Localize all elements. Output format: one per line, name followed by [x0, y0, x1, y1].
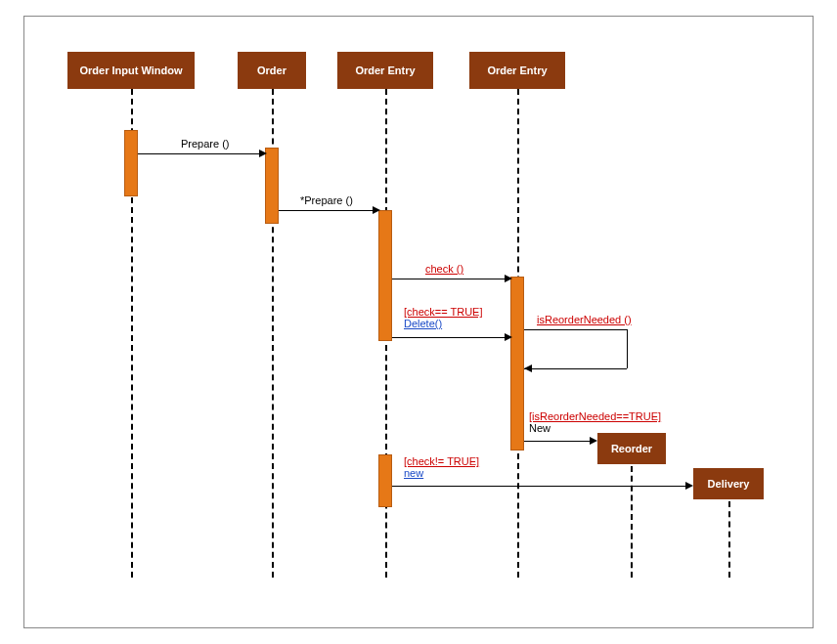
- msg-star-prepare: *Prepare (): [300, 194, 353, 206]
- self-call-out: [524, 329, 627, 330]
- msg-check-true-delete: [check== TRUE] Delete(): [404, 306, 483, 329]
- activation-p2: [265, 148, 279, 224]
- object-reorder: Reorder: [597, 433, 666, 464]
- arrowhead: [259, 150, 267, 157]
- object-delivery: Delivery: [693, 468, 764, 499]
- header-label: Order: [257, 64, 286, 76]
- activation-p3a: [378, 210, 392, 341]
- activation-p1: [124, 130, 138, 196]
- box-label: Delivery: [708, 478, 750, 490]
- arrow-star-prepare: [279, 210, 375, 211]
- msg-check: check (): [425, 263, 463, 275]
- msg-check-not-true-new: [check!= TRUE] new: [404, 455, 479, 479]
- arrow-check: [392, 279, 507, 279]
- msg-prepare: Prepare (): [181, 138, 230, 150]
- self-call-back: [524, 368, 627, 369]
- arrowhead: [590, 437, 597, 445]
- header-label: Order Entry: [487, 64, 547, 76]
- activation-p4: [510, 277, 524, 451]
- arrowhead: [524, 365, 532, 372]
- lifeline-delivery: [728, 501, 730, 578]
- arrow-new-reorder: [524, 441, 593, 442]
- box-label: Reorder: [611, 443, 652, 454]
- participant-order-input-window: Order Input Window: [67, 52, 195, 89]
- arrowhead: [373, 206, 380, 214]
- arrow-new-delivery: [392, 486, 687, 487]
- participant-order-entry-1: Order Entry: [337, 52, 433, 89]
- arrow-delete: [392, 337, 507, 338]
- participant-order: Order: [238, 52, 306, 89]
- arrowhead: [505, 275, 512, 282]
- self-call-down: [627, 329, 628, 368]
- arrowhead: [505, 333, 512, 341]
- activation-p3b: [378, 454, 392, 507]
- header-label: Order Input Window: [80, 64, 183, 76]
- arrowhead: [685, 482, 693, 490]
- arrow-prepare: [138, 153, 261, 154]
- diagram-canvas: Order Input Window Order Order Entry Ord…: [23, 16, 814, 628]
- lifeline-reorder: [631, 466, 633, 578]
- participant-order-entry-2: Order Entry: [469, 52, 565, 89]
- msg-is-reorder-true-new: [isReorderNeeded==TRUE] New: [529, 410, 661, 434]
- msg-is-reorder-needed: isReorderNeeded (): [537, 314, 632, 325]
- header-label: Order Entry: [355, 64, 415, 76]
